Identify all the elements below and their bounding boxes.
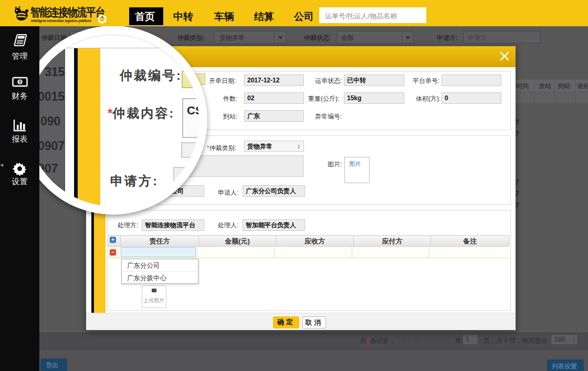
svg-text:0: 0 — [18, 79, 21, 84]
